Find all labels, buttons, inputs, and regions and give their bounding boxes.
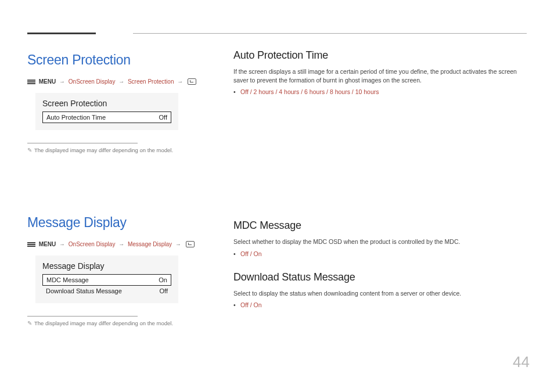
section-download-status-message: Download Status Message Select to displa… (233, 271, 527, 308)
panel-screen-protection: Screen Protection Auto Protection Time O… (35, 93, 178, 130)
heading-auto-protection-time: Auto Protection Time (233, 49, 527, 62)
row-value: Off (159, 114, 167, 121)
desc-download-status: Select to display the status when downlo… (233, 289, 527, 298)
note-text: The displayed image may differ depending… (34, 320, 173, 326)
menu-label: MENU (39, 78, 56, 85)
path-part: OnScreen Display (69, 78, 116, 85)
row-label: MDC Message (46, 276, 89, 283)
menu-path-screen-protection: MENU → OnScreen Display → Screen Protect… (27, 78, 202, 85)
options-download-status: Off / On (237, 301, 527, 308)
panel-row: Download Status Message Off (42, 286, 171, 296)
arrow-icon: → (59, 241, 65, 247)
panel-row: Auto Protection Time Off (42, 112, 171, 123)
pencil-icon: ✎ (27, 147, 32, 153)
arrow-icon: → (118, 78, 124, 85)
pencil-icon: ✎ (27, 320, 32, 326)
note: ✎The displayed image may differ dependin… (27, 320, 202, 326)
row-value: On (159, 276, 167, 283)
option-text: Off / On (237, 250, 527, 257)
right-column: Auto Protection Time If the screen displ… (233, 49, 527, 308)
row-label: Download Status Message (46, 287, 122, 294)
arrow-icon: → (177, 78, 183, 85)
enter-icon (188, 78, 196, 85)
rule-long (133, 33, 527, 34)
page: Screen Protection MENU → OnScreen Displa… (0, 0, 554, 392)
heading-download-status: Download Status Message (233, 271, 527, 283)
divider (27, 143, 138, 143)
left-column: Screen Protection MENU → OnScreen Displa… (27, 49, 202, 326)
arrow-icon: → (175, 241, 181, 247)
heading-screen-protection: Screen Protection (27, 52, 202, 68)
menu-icon (27, 242, 35, 247)
panel-row: MDC Message On (42, 274, 171, 286)
panel-title: Message Display (42, 261, 171, 271)
note-text: The displayed image may differ depending… (34, 147, 173, 153)
menu-label: MENU (39, 241, 56, 247)
heading-message-display: Message Display (27, 215, 202, 231)
path-part: OnScreen Display (69, 241, 116, 247)
option-text: Off / 2 hours / 4 hours / 6 hours / 8 ho… (237, 88, 527, 95)
path-part: Screen Protection (128, 78, 174, 85)
menu-icon (27, 80, 35, 84)
arrow-icon: → (118, 241, 124, 247)
panel-message-display: Message Display MDC Message On Download … (35, 256, 178, 303)
row-label: Auto Protection Time (46, 114, 106, 121)
rule-short (27, 33, 96, 34)
options-auto-protection-time: Off / 2 hours / 4 hours / 6 hours / 8 ho… (237, 88, 527, 95)
note: ✎The displayed image may differ dependin… (27, 147, 202, 153)
section-mdc-message: MDC Message Select whether to display th… (233, 220, 527, 257)
options-mdc-message: Off / On (237, 250, 527, 257)
path-part: Message Display (128, 241, 172, 247)
desc-auto-protection-time: If the screen displays a still image for… (233, 67, 527, 85)
menu-path-message-display: MENU → OnScreen Display → Message Displa… (27, 241, 202, 247)
divider (27, 316, 138, 317)
row-value: Off (160, 287, 168, 294)
desc-mdc-message: Select whether to display the MDC OSD wh… (233, 238, 527, 246)
option-text: Off / On (237, 301, 527, 308)
enter-icon (186, 241, 195, 247)
page-number: 44 (513, 353, 530, 371)
arrow-icon: → (59, 78, 65, 85)
section-message-display: Message Display MENU → OnScreen Display … (27, 215, 202, 326)
panel-title: Screen Protection (42, 99, 171, 108)
heading-mdc-message: MDC Message (233, 220, 527, 232)
